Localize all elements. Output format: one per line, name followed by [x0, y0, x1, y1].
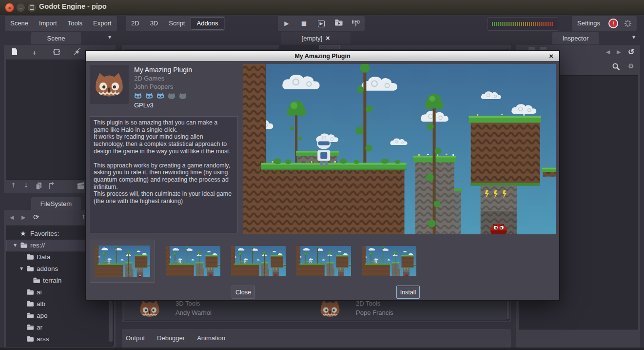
inspector-gear-icon[interactable]: ⚙: [628, 62, 634, 70]
move-down-icon[interactable]: ↓: [23, 182, 29, 189]
inspector-back-icon[interactable]: ◀: [606, 49, 610, 55]
plugin-description[interactable]: This plugin is so amazing that you can m…: [90, 116, 238, 233]
tree-item-ar[interactable]: ar: [6, 322, 113, 333]
performance-gradient-bar: [492, 22, 553, 26]
dialog-close-button[interactable]: Close: [232, 286, 255, 299]
instance-scene-icon[interactable]: [53, 48, 61, 56]
plugin-category: 2D Games: [134, 75, 164, 82]
thumbnail-row: [90, 240, 416, 283]
settings-group: Settings !: [572, 16, 637, 31]
workspace-2d[interactable]: 2D: [126, 17, 145, 30]
godot-plugin-icon: [93, 68, 126, 101]
folder-icon: [26, 301, 34, 307]
alert-icon[interactable]: !: [608, 19, 618, 28]
tree-item-label: addons: [37, 265, 58, 272]
antenna-icon: [352, 19, 360, 27]
bottom-tab-debugger[interactable]: Debugger: [154, 332, 188, 345]
screenshot-thumbnail-2[interactable]: [166, 246, 220, 276]
move-up-icon[interactable]: ↑: [11, 182, 16, 189]
settings-button[interactable]: Settings: [572, 17, 605, 30]
play-scene-button[interactable]: ▶: [313, 20, 329, 27]
star-icon: ★: [20, 229, 26, 237]
dialog-titlebar[interactable]: My Amazing Plugin ×: [86, 51, 559, 61]
tree-item-apo[interactable]: apo: [6, 310, 113, 322]
inspector-history-icon[interactable]: ↺: [628, 47, 634, 57]
fs-forward-icon[interactable]: ▶: [21, 214, 25, 221]
folder-icon: [20, 242, 28, 248]
tree-item-label: Data: [37, 253, 51, 261]
right-dock-dropdown-icon[interactable]: ▼: [632, 35, 635, 40]
menu-import[interactable]: Import: [34, 17, 62, 30]
dialog-close-icon[interactable]: ×: [549, 51, 553, 61]
window-titlebar[interactable]: × – Godot Engine - pipo: [0, 0, 644, 15]
tree-item-label: arss: [37, 335, 49, 343]
bottom-tabs: OutputDebuggerAnimation: [123, 332, 228, 345]
filesystem-scrollbar-thumb[interactable]: [109, 301, 113, 342]
tree-item-label: ai: [37, 288, 42, 296]
add-node-icon[interactable]: +: [32, 48, 37, 57]
window-bottom-edge: [0, 348, 644, 350]
tab-main-empty[interactable]: [empty] ×: [281, 32, 351, 44]
workspace-addons[interactable]: Addons: [191, 17, 224, 30]
window-close-button[interactable]: ×: [5, 3, 14, 12]
multi-node-edit-icon[interactable]: [77, 182, 85, 189]
plugin-preview-image: [243, 64, 556, 234]
screenshot-thumbnail-3[interactable]: [231, 246, 286, 276]
plugin-icon-panel: [90, 65, 129, 104]
menu-scene[interactable]: Scene: [5, 17, 34, 30]
menu-tools[interactable]: Tools: [62, 17, 88, 30]
rating-godot-icon: [178, 92, 187, 100]
window-title: Godot Engine - pipo: [39, 2, 107, 10]
plugin-name: My Amazing Plugin: [134, 66, 192, 74]
folder-icon: [26, 312, 34, 319]
dialog-install-button[interactable]: Install: [396, 286, 420, 299]
left-dock-dropdown-icon[interactable]: ▼: [108, 35, 111, 40]
play-scene-icon: ▶: [318, 20, 325, 27]
tab-filesystem[interactable]: FileSystem: [31, 197, 81, 210]
performance-monitor-bar: [488, 17, 558, 31]
rating-godot-icon: [156, 92, 165, 100]
rating-godot-icon: [134, 92, 142, 100]
folder-icon: [26, 289, 34, 295]
screenshot-thumbnail-5[interactable]: [362, 246, 416, 276]
reparent-icon[interactable]: [48, 182, 55, 189]
fs-refresh-icon[interactable]: ⟳: [33, 213, 39, 222]
workspace-3d[interactable]: 3D: [145, 17, 164, 30]
stop-button[interactable]: ■: [296, 20, 312, 27]
play-button[interactable]: ▶: [278, 20, 294, 27]
bottom-tab-animation[interactable]: Animation: [194, 332, 228, 345]
screenshot-thumbnail-1[interactable]: [90, 240, 155, 283]
play-custom-scene-button[interactable]: [331, 19, 347, 28]
bottom-panel: OutputDebuggerAnimation: [122, 329, 511, 348]
window-minimize-button[interactable]: –: [16, 3, 25, 12]
tab-inspector-dock[interactable]: Inspector: [552, 32, 599, 44]
tree-item-label: Favorites:: [30, 230, 59, 237]
tree-item-label: ar: [37, 324, 42, 331]
window-maximize-button[interactable]: [27, 3, 37, 12]
tree-item-arss[interactable]: arss: [6, 333, 113, 345]
expand-arrow-icon[interactable]: ▼: [20, 267, 23, 271]
asset-author: Pope Francis: [356, 308, 393, 317]
screenshot-thumbnail-4[interactable]: [296, 246, 351, 276]
deploy-remote-debug-button[interactable]: [348, 19, 364, 28]
play-toolbar: ▶ ■ ▶: [278, 16, 365, 31]
workspace-script[interactable]: Script: [163, 17, 190, 30]
inspector-forward-icon[interactable]: ▶: [617, 49, 621, 55]
bottom-tab-output[interactable]: Output: [123, 332, 148, 345]
maximize-icon: [30, 5, 34, 10]
menu-export[interactable]: Export: [88, 17, 117, 30]
dialog-title: My Amazing Plugin: [294, 53, 350, 60]
folder-icon: [26, 266, 34, 272]
expand-arrow-icon[interactable]: ▼: [14, 243, 17, 247]
tab-close-icon[interactable]: ×: [326, 36, 330, 41]
tab-scene-dock[interactable]: Scene: [31, 32, 81, 44]
menu-bar-buttons: SceneImportToolsExport: [5, 16, 117, 31]
folder-icon: [26, 254, 34, 260]
duplicate-icon[interactable]: [35, 182, 42, 190]
connect-signal-icon[interactable]: [73, 48, 81, 56]
fs-back-icon[interactable]: ◀: [10, 214, 14, 221]
inspector-search-icon[interactable]: [612, 62, 620, 70]
tree-item-label: alb: [37, 300, 45, 308]
new-node-icon[interactable]: [11, 48, 19, 56]
folder-icon: [26, 336, 34, 342]
